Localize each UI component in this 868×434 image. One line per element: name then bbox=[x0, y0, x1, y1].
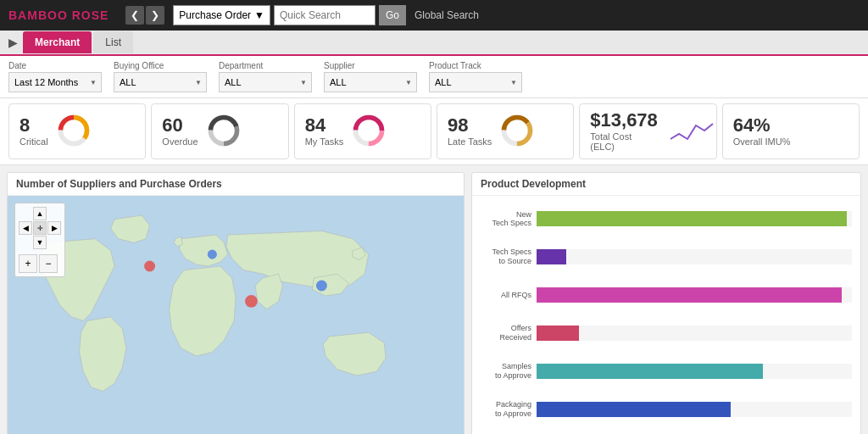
map-nav-up[interactable]: ▲ bbox=[33, 207, 47, 220]
metric-card-my_tasks: 84My Tasks bbox=[294, 103, 431, 159]
search-area: Purchase Order ▼ Go bbox=[173, 5, 406, 25]
metric-value-late_tasks: 98 bbox=[448, 116, 492, 135]
filter-select-date[interactable]: Last 12 Months bbox=[8, 72, 102, 92]
search-input[interactable] bbox=[274, 5, 376, 25]
filter-select-buying_office[interactable]: ALL bbox=[114, 72, 207, 92]
map-marker-1[interactable] bbox=[144, 261, 155, 272]
metric-info-late_tasks: 98Late Tasks bbox=[448, 116, 492, 147]
filter-label-supplier: Supplier bbox=[324, 61, 417, 70]
donut-icon-overdue bbox=[207, 114, 241, 147]
filter-group-supplier: SupplierALL bbox=[324, 61, 417, 92]
map-nav-center: ✛ bbox=[33, 221, 47, 235]
metric-value-overall_imu: 64% bbox=[733, 116, 791, 135]
metric-icon-overdue bbox=[207, 114, 241, 150]
metrics-row: 8Critical60Overdue84My Tasks98Late Tasks… bbox=[0, 98, 868, 165]
map-marker-2[interactable] bbox=[208, 250, 217, 259]
chevron-down-icon: ▼ bbox=[254, 9, 264, 21]
bar-row: All RFQs bbox=[481, 277, 852, 314]
bar-fill-1 bbox=[537, 249, 566, 264]
metric-card-overdue: 60Overdue bbox=[151, 103, 288, 159]
metric-value-overdue: 60 bbox=[162, 116, 198, 135]
metric-icon-critical bbox=[57, 114, 91, 150]
bar-row: Packaging to Approve bbox=[481, 391, 852, 427]
map-marker-3[interactable] bbox=[245, 295, 258, 308]
header: BAMBOO ROSE ❮ ❯ Purchase Order ▼ Go Glob… bbox=[0, 0, 868, 31]
tab-list[interactable]: List bbox=[93, 31, 133, 53]
tab-bar: ▶ Merchant List bbox=[0, 31, 868, 56]
metric-card-total_cost: $13,678Total Cost (ELC) bbox=[579, 103, 716, 159]
nav-forward-button[interactable]: ❯ bbox=[146, 6, 164, 25]
bar-fill-0 bbox=[537, 211, 847, 226]
global-search-label: Global Search bbox=[415, 9, 479, 21]
svg-point-19 bbox=[509, 122, 526, 139]
tab-merchant[interactable]: Merchant bbox=[23, 31, 92, 53]
metric-value-my_tasks: 84 bbox=[305, 116, 344, 135]
filter-label-date: Date bbox=[8, 61, 102, 70]
filter-select-wrapper-date: Last 12 Months bbox=[8, 72, 102, 92]
filter-select-supplier[interactable]: ALL bbox=[324, 72, 417, 92]
content-area: Number of Suppliers and Purchase Orders bbox=[0, 165, 868, 434]
bar-track-5 bbox=[537, 402, 852, 417]
metric-label-total_cost: Total Cost (ELC) bbox=[590, 131, 658, 152]
bar-label-5: Packaging to Approve bbox=[481, 400, 531, 419]
metric-card-late_tasks: 98Late Tasks bbox=[437, 103, 574, 159]
donut-icon-late_tasks bbox=[500, 114, 534, 147]
nav-back-button[interactable]: ❮ bbox=[125, 6, 144, 25]
bar-row: Samples to Approve bbox=[481, 353, 852, 389]
metric-icon-late_tasks bbox=[500, 114, 534, 150]
map-marker-4[interactable] bbox=[316, 281, 327, 292]
bar-track-3 bbox=[537, 326, 852, 341]
filter-select-wrapper-buying_office: ALL bbox=[114, 72, 207, 92]
filter-select-department[interactable]: ALL bbox=[219, 72, 312, 92]
bar-row: Offers Received bbox=[481, 314, 852, 351]
metric-value-total_cost: $13,678 bbox=[590, 111, 658, 130]
search-type-label: Purchase Order bbox=[179, 9, 251, 21]
filter-label-buying_office: Buying Office bbox=[114, 61, 207, 70]
metric-label-overall_imu: Overall IMU% bbox=[733, 136, 791, 147]
metric-info-my_tasks: 84My Tasks bbox=[305, 116, 344, 147]
map-zoom-controls: + − bbox=[19, 254, 61, 273]
map-nav-right[interactable]: ▶ bbox=[47, 221, 61, 235]
map-panel-title: Number of Suppliers and Purchase Orders bbox=[8, 173, 464, 196]
chart-panel: Product Development New Tech SpecsTech S… bbox=[471, 172, 861, 434]
filter-group-product_track: Product TrackALL bbox=[429, 61, 522, 92]
map-nav-left[interactable]: ◀ bbox=[19, 221, 32, 235]
bar-fill-5 bbox=[537, 402, 731, 417]
donut-icon-my_tasks bbox=[352, 114, 386, 147]
donut-icon-critical bbox=[57, 114, 91, 147]
map-zoom-out[interactable]: − bbox=[39, 254, 58, 273]
nav-arrows: ❮ ❯ bbox=[125, 6, 164, 25]
filter-group-date: DateLast 12 Months bbox=[8, 61, 102, 92]
svg-point-9 bbox=[215, 122, 232, 139]
tab-toggle-button[interactable]: ▶ bbox=[3, 30, 23, 55]
map-nav-down[interactable]: ▼ bbox=[33, 236, 47, 249]
metric-info-total_cost: $13,678Total Cost (ELC) bbox=[590, 111, 658, 152]
bar-track-0 bbox=[537, 211, 852, 226]
bar-label-0: New Tech Specs bbox=[481, 210, 531, 229]
bar-label-1: Tech Specs to Source bbox=[481, 248, 531, 266]
metric-info-overall_imu: 64%Overall IMU% bbox=[733, 116, 791, 147]
sparkline-icon bbox=[666, 115, 717, 146]
go-button[interactable]: Go bbox=[379, 5, 406, 25]
metric-icon-my_tasks bbox=[352, 114, 386, 150]
filter-select-product_track[interactable]: ALL bbox=[429, 72, 522, 92]
metric-label-overdue: Overdue bbox=[162, 136, 198, 147]
bar-fill-2 bbox=[537, 287, 842, 303]
metric-label-critical: Critical bbox=[19, 136, 48, 147]
bar-fill-3 bbox=[537, 326, 579, 341]
svg-point-14 bbox=[360, 122, 377, 139]
metric-icon-total_cost bbox=[666, 115, 717, 148]
bar-row: Tech Specs to Source bbox=[481, 239, 852, 275]
world-map bbox=[8, 196, 464, 434]
logo: BAMBOO ROSE bbox=[8, 8, 108, 22]
bar-label-4: Samples to Approve bbox=[481, 362, 531, 381]
metric-label-late_tasks: Late Tasks bbox=[448, 136, 492, 147]
filter-group-department: DepartmentALL bbox=[219, 61, 312, 92]
bar-track-1 bbox=[537, 249, 852, 264]
metric-info-critical: 8Critical bbox=[19, 116, 48, 147]
metric-info-overdue: 60Overdue bbox=[162, 116, 198, 147]
map-zoom-in[interactable]: + bbox=[19, 254, 37, 273]
map-container: ▲ ◀ ✛ ▶ ▼ + − © OpenStreetMap contributo… bbox=[8, 196, 464, 434]
bar-row: New Tech Specs bbox=[481, 201, 852, 237]
search-type-dropdown[interactable]: Purchase Order ▼ bbox=[173, 5, 270, 25]
